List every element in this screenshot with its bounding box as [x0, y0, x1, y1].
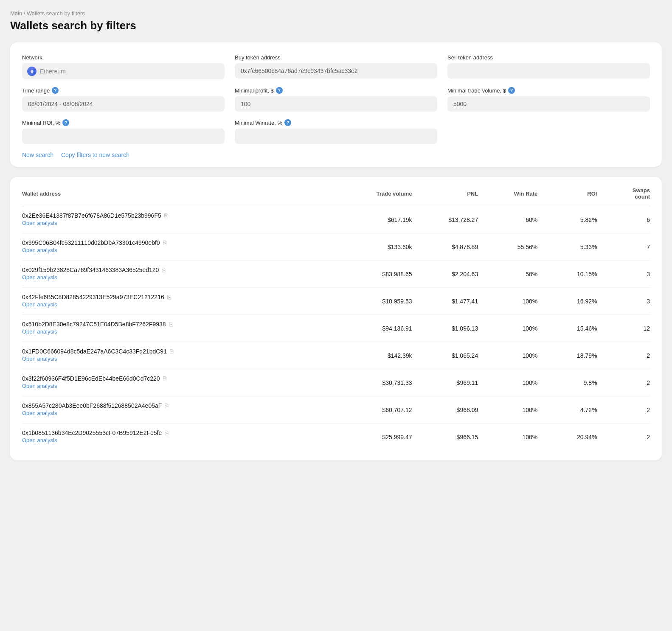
- wallet-address-row: 0x510b2D8E30e8c79247C51E04D5Be8bF7262F99…: [22, 321, 339, 328]
- table-row: 0x995C06B04fc53211110d02bDbA73301c4990eb…: [22, 233, 650, 261]
- swaps-count-cell: 3: [597, 288, 650, 315]
- filter-group-minimal-profit: Minimal profit, $ ?: [235, 87, 437, 112]
- copy-icon[interactable]: ⎘: [162, 266, 165, 273]
- minimal-profit-input[interactable]: [235, 96, 437, 112]
- col-header-wallet: Wallet address: [22, 187, 339, 206]
- table-row: 0x855A57c280Ab3Eee0bF2688f512688502A4e05…: [22, 396, 650, 423]
- win-rate-cell: 100%: [478, 342, 537, 369]
- minimal-winrate-label: Minimal Winrate, % ?: [235, 119, 437, 126]
- open-analysis-link[interactable]: Open analysis: [22, 383, 339, 393]
- open-analysis-link[interactable]: Open analysis: [22, 301, 339, 312]
- wallet-cell: 0x1b0851136b34Ec2D9025553cF07B95912E2Fe5…: [22, 423, 339, 451]
- open-analysis-link[interactable]: Open analysis: [22, 410, 339, 421]
- minimal-winrate-help-icon[interactable]: ?: [284, 119, 291, 126]
- minimal-roi-label: Minimal ROI, % ?: [22, 119, 225, 126]
- results-table: Wallet address Trade volume PNL Win Rate…: [22, 187, 650, 450]
- minimal-trade-volume-label: Minimal trade volume, $ ?: [447, 87, 650, 94]
- minimal-trade-volume-help-icon[interactable]: ?: [508, 87, 515, 94]
- table-row: 0x3f22f60936F4f5D1E96cEdEb44beE66d0Cd7c2…: [22, 369, 650, 396]
- new-search-button[interactable]: New search: [22, 151, 53, 158]
- swaps-count-cell: 7: [597, 233, 650, 261]
- minimal-profit-label: Minimal profit, $ ?: [235, 87, 437, 94]
- wallet-cell: 0x42Ffe6B5C8D82854229313E529a973EC212122…: [22, 288, 339, 315]
- wallet-address: 0x029f159b23828Ca769f3431463383A36525ed1…: [22, 266, 159, 273]
- copy-icon[interactable]: ⎘: [164, 212, 168, 219]
- table-row: 0x1b0851136b34Ec2D9025553cF07B95912E2Fe5…: [22, 423, 650, 451]
- open-analysis-link[interactable]: Open analysis: [22, 328, 339, 339]
- open-analysis-link[interactable]: Open analysis: [22, 220, 339, 230]
- breadcrumb-parent[interactable]: Main: [10, 10, 22, 17]
- sell-token-input[interactable]: [447, 63, 650, 79]
- minimal-trade-volume-input[interactable]: [447, 96, 650, 112]
- trade-volume-cell: $60,707.12: [339, 396, 412, 423]
- wallet-cell: 0x029f159b23828Ca769f3431463383A36525ed1…: [22, 261, 339, 288]
- open-analysis-link[interactable]: Open analysis: [22, 437, 339, 448]
- minimal-profit-help-icon[interactable]: ?: [276, 87, 283, 94]
- swaps-count-cell: 3: [597, 261, 650, 288]
- wallet-cell: 0x1FD0C666094d8c5daE247aA6C3C4c33Fd21bdC…: [22, 342, 339, 369]
- time-range-input[interactable]: [22, 96, 225, 112]
- wallet-address-row: 0x029f159b23828Ca769f3431463383A36525ed1…: [22, 266, 339, 273]
- swaps-count-cell: 2: [597, 342, 650, 369]
- filter-group-buy-token: Buy token address: [235, 54, 437, 79]
- copy-icon[interactable]: ⎘: [165, 402, 168, 409]
- minimal-winrate-input[interactable]: [235, 129, 437, 144]
- wallet-address-row: 0x995C06B04fc53211110d02bDbA73301c4990eb…: [22, 239, 339, 246]
- roi-cell: 9.8%: [537, 369, 597, 396]
- pnl-cell: $1,477.41: [412, 288, 478, 315]
- win-rate-cell: 100%: [478, 396, 537, 423]
- wallet-address: 0x855A57c280Ab3Eee0bF2688f512688502A4e05…: [22, 402, 162, 409]
- pnl-cell: $13,728.27: [412, 206, 478, 233]
- wallet-address-row: 0x1FD0C666094d8c5daE247aA6C3C4c33Fd21bdC…: [22, 348, 339, 355]
- copy-icon[interactable]: ⎘: [170, 348, 173, 355]
- wallet-cell: 0x510b2D8E30e8c79247C51E04D5Be8bF7262F99…: [22, 315, 339, 342]
- trade-volume-cell: $30,731.33: [339, 369, 412, 396]
- copy-icon[interactable]: ⎘: [165, 429, 168, 436]
- wallet-address-row: 0x1b0851136b34Ec2D9025553cF07B95912E2Fe5…: [22, 429, 339, 436]
- swaps-count-cell: 2: [597, 423, 650, 451]
- filter-group-minimal-winrate: Minimal Winrate, % ?: [235, 119, 437, 144]
- copy-icon[interactable]: ⎘: [163, 239, 166, 246]
- roi-cell: 10.15%: [537, 261, 597, 288]
- buy-token-input[interactable]: [235, 63, 437, 79]
- roi-cell: 4.72%: [537, 396, 597, 423]
- roi-cell: 15.46%: [537, 315, 597, 342]
- copy-icon[interactable]: ⎘: [163, 375, 166, 382]
- wallet-address: 0x2Ee36E41387f87B7e6f678A86D1e575b23b996…: [22, 212, 161, 219]
- copy-icon[interactable]: ⎘: [167, 294, 171, 300]
- pnl-cell: $969.11: [412, 369, 478, 396]
- wallet-address: 0x1FD0C666094d8c5daE247aA6C3C4c33Fd21bdC…: [22, 348, 167, 355]
- filter-group-minimal-roi: Minimal ROI, % ?: [22, 119, 225, 144]
- network-input-wrap[interactable]: Ethereum: [22, 63, 225, 79]
- wallet-address: 0x3f22f60936F4f5D1E96cEdEb44beE66d0Cd7c2…: [22, 375, 160, 382]
- win-rate-cell: 100%: [478, 315, 537, 342]
- page-title: Wallets search by filters: [10, 19, 662, 32]
- open-analysis-link[interactable]: Open analysis: [22, 247, 339, 258]
- copy-icon[interactable]: ⎘: [169, 321, 172, 328]
- col-header-pnl: PNL: [412, 187, 478, 206]
- trade-volume-cell: $18,959.53: [339, 288, 412, 315]
- network-value: Ethereum: [40, 68, 66, 75]
- sell-token-label: Sell token address: [447, 54, 650, 61]
- wallet-cell: 0x995C06B04fc53211110d02bDbA73301c4990eb…: [22, 233, 339, 261]
- open-analysis-link[interactable]: Open analysis: [22, 274, 339, 285]
- trade-volume-cell: $25,999.47: [339, 423, 412, 451]
- breadcrumb-separator: /: [24, 10, 25, 17]
- win-rate-cell: 50%: [478, 261, 537, 288]
- win-rate-cell: 100%: [478, 423, 537, 451]
- time-range-help-icon[interactable]: ?: [52, 87, 59, 94]
- trade-volume-cell: $617.19k: [339, 206, 412, 233]
- filter-group-time-range: Time range ?: [22, 87, 225, 112]
- wallet-cell: 0x855A57c280Ab3Eee0bF2688f512688502A4e05…: [22, 396, 339, 423]
- buy-token-label: Buy token address: [235, 54, 437, 61]
- breadcrumb: Main / Wallets search by filters: [10, 10, 662, 17]
- copy-filters-button[interactable]: Copy filters to new search: [61, 151, 129, 158]
- minimal-roi-input[interactable]: [22, 129, 225, 144]
- table-row: 0x1FD0C666094d8c5daE247aA6C3C4c33Fd21bdC…: [22, 342, 650, 369]
- wallet-cell: 0x2Ee36E41387f87B7e6f678A86D1e575b23b996…: [22, 206, 339, 233]
- minimal-roi-help-icon[interactable]: ?: [62, 119, 69, 126]
- trade-volume-cell: $142.39k: [339, 342, 412, 369]
- open-analysis-link[interactable]: Open analysis: [22, 356, 339, 366]
- roi-cell: 20.94%: [537, 423, 597, 451]
- swaps-count-cell: 2: [597, 369, 650, 396]
